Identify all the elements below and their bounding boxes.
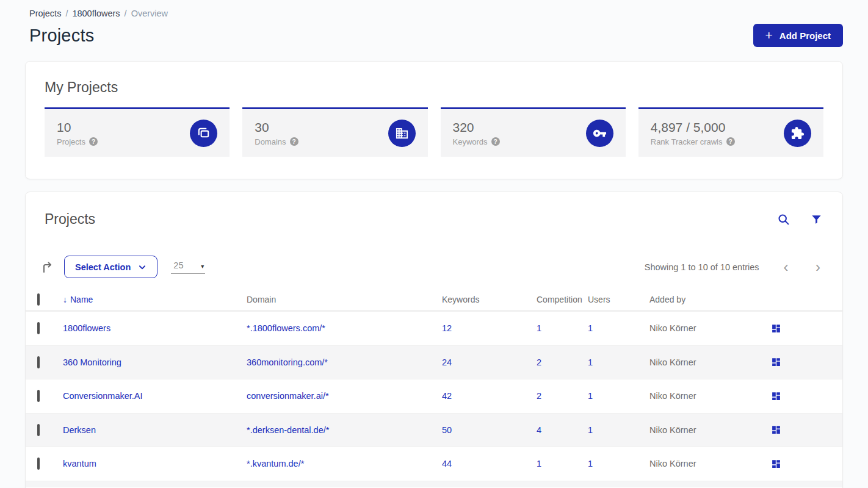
plus-icon: + [765, 29, 773, 41]
breadcrumb-separator: / [65, 9, 68, 18]
column-header-name[interactable]: ↓ Name [63, 295, 247, 304]
page: Projects / 1800flowers / Overview Projec… [0, 0, 868, 488]
column-header-added-by: Added by [649, 295, 771, 304]
competition-count[interactable]: 1 [537, 459, 588, 468]
breadcrumb-separator: / [125, 9, 127, 18]
select-action-dropdown[interactable]: Select Action [64, 256, 157, 278]
help-icon[interactable]: ? [290, 137, 298, 146]
next-page-button[interactable]: › [812, 260, 824, 274]
dashboard-icon[interactable] [771, 323, 781, 334]
table-toolbar: Select Action 25 ▾ Showing 1 to 10 of 10… [26, 256, 842, 278]
table-row [26, 481, 842, 487]
competition-count[interactable]: 4 [537, 425, 588, 435]
projects-table-card: Projects [25, 192, 843, 488]
filter-icon[interactable] [811, 214, 822, 225]
project-name-link[interactable]: 1800flowers [63, 323, 247, 333]
breadcrumb-project[interactable]: 1800flowers [72, 9, 120, 18]
users-count[interactable]: 1 [588, 391, 649, 401]
breadcrumb: Projects / 1800flowers / Overview [29, 9, 843, 18]
page-title: Projects [29, 26, 94, 46]
table-header-row: ↓ Name Domain Keywords Competition Users… [26, 289, 842, 311]
table-row: 360 Monitoring 360monitoring.com/* 24 2 … [26, 345, 842, 379]
puzzle-icon [784, 120, 811, 147]
project-name-link[interactable]: 360 Monitoring [63, 357, 247, 367]
stat-domains-label: Domains [255, 137, 286, 146]
column-header-keywords: Keywords [442, 295, 537, 304]
table-row: Derksen *.derksen-dental.de/* 50 4 1 Nik… [26, 413, 842, 447]
table-row: 1800flowers *.1800flowers.com/* 12 1 1 N… [26, 311, 842, 345]
users-count[interactable]: 1 [588, 323, 649, 333]
project-domain-link[interactable]: 360monitoring.com/* [247, 357, 442, 367]
caret-down-icon: ▾ [201, 263, 204, 270]
keywords-count[interactable]: 50 [442, 425, 537, 435]
help-icon[interactable]: ? [726, 137, 735, 146]
projects-table-title: Projects [45, 211, 95, 228]
row-checkbox[interactable] [37, 322, 40, 334]
competition-count[interactable]: 2 [537, 391, 588, 401]
competition-count[interactable]: 1 [537, 323, 588, 333]
select-action-label: Select Action [75, 262, 131, 272]
table-row: Conversionmaker.AI conversionmaker.ai/* … [26, 379, 842, 413]
stat-keywords-value: 320 [453, 120, 500, 135]
keywords-count[interactable]: 42 [442, 391, 537, 401]
competition-count[interactable]: 2 [537, 357, 588, 367]
page-size-select[interactable]: 25 ▾ [171, 260, 205, 274]
dashboard-icon[interactable] [771, 425, 781, 435]
add-project-button[interactable]: + Add Project [753, 24, 843, 47]
users-count[interactable]: 1 [588, 357, 649, 367]
project-name-link[interactable]: kvantum [63, 459, 247, 468]
prev-page-button[interactable]: ‹ [780, 260, 792, 274]
stat-domains: 30 Domains ? [242, 107, 427, 157]
my-projects-card: My Projects 10 Projects ? [25, 61, 843, 179]
users-count[interactable]: 1 [588, 459, 649, 468]
showing-entries-text: Showing 1 to 10 of 10 entries [645, 262, 759, 272]
stat-rank-tracker: 4,897 / 5,000 Rank Tracker crawls ? [638, 107, 823, 157]
stat-rank-tracker-value: 4,897 / 5,000 [651, 120, 735, 135]
dashboard-icon[interactable] [771, 459, 781, 469]
column-header-users: Users [588, 295, 649, 304]
users-count[interactable]: 1 [588, 425, 649, 435]
column-header-domain: Domain [247, 295, 442, 304]
stat-rank-tracker-label: Rank Tracker crawls [651, 137, 723, 146]
project-domain-link[interactable]: *.kvantum.de/* [247, 459, 442, 468]
dashboard-icon[interactable] [771, 391, 781, 401]
breadcrumb-current: Overview [131, 9, 168, 18]
redirect-arrow-icon[interactable] [40, 260, 55, 274]
row-checkbox[interactable] [37, 424, 40, 436]
sort-desc-icon: ↓ [63, 295, 67, 304]
project-domain-link[interactable]: *.derksen-dental.de/* [247, 425, 442, 435]
stat-projects: 10 Projects ? [45, 107, 230, 157]
row-checkbox[interactable] [37, 390, 40, 402]
page-size-value: 25 [173, 260, 183, 270]
stat-domains-value: 30 [255, 120, 298, 135]
project-name-link[interactable]: Derksen [63, 425, 247, 435]
projects-stack-icon [190, 120, 217, 147]
keywords-count[interactable]: 44 [442, 459, 537, 468]
select-all-checkbox[interactable] [37, 293, 40, 306]
added-by: Niko Körner [649, 357, 771, 367]
added-by: Niko Körner [649, 391, 771, 401]
stat-projects-value: 10 [57, 120, 98, 135]
project-name-link[interactable]: Conversionmaker.AI [63, 391, 247, 401]
search-icon[interactable] [777, 213, 790, 226]
help-icon[interactable]: ? [89, 137, 98, 146]
help-icon[interactable]: ? [491, 137, 500, 146]
added-by: Niko Körner [649, 459, 771, 468]
my-projects-title: My Projects [45, 79, 823, 96]
keywords-count[interactable]: 24 [442, 357, 537, 367]
added-by: Niko Körner [649, 323, 771, 333]
keywords-count[interactable]: 12 [442, 323, 537, 333]
key-icon [586, 120, 613, 147]
breadcrumb-projects[interactable]: Projects [29, 9, 61, 18]
dashboard-icon[interactable] [771, 357, 781, 367]
project-domain-link[interactable]: *.1800flowers.com/* [247, 323, 442, 333]
column-header-competition: Competition [537, 295, 588, 304]
add-project-label: Add Project [779, 30, 831, 41]
row-checkbox[interactable] [37, 356, 40, 368]
chevron-down-icon [138, 263, 146, 271]
stats-row: 10 Projects ? [45, 107, 823, 157]
project-domain-link[interactable]: conversionmaker.ai/* [247, 391, 442, 401]
table-row: kvantum *.kvantum.de/* 44 1 1 Niko Körne… [26, 447, 842, 481]
added-by: Niko Körner [649, 425, 771, 435]
row-checkbox[interactable] [37, 458, 40, 470]
